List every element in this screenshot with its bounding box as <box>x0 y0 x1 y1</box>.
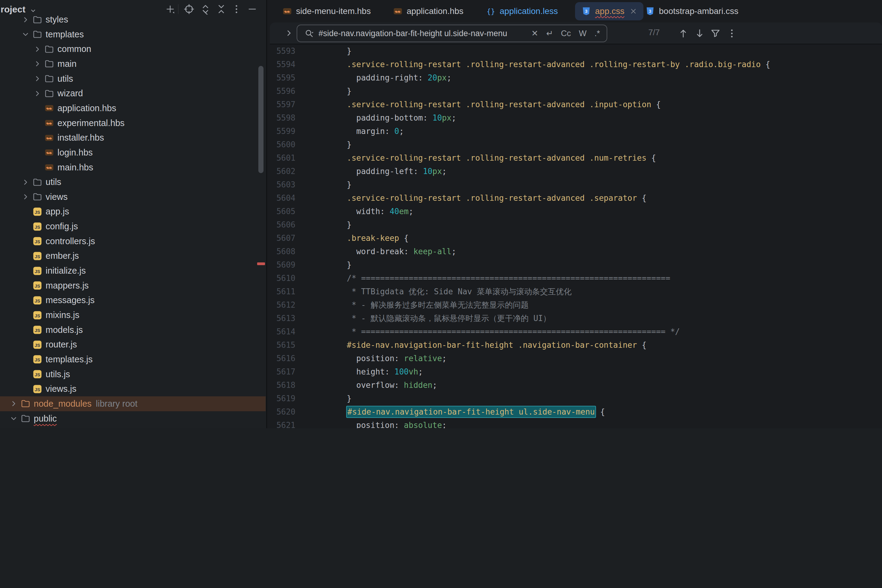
chevron-right-icon[interactable] <box>21 15 30 24</box>
tree-item-views[interactable]: views <box>0 189 266 204</box>
search-match-highlight: #side-nav.navigation-bar-fit-height ul.s… <box>346 406 596 418</box>
search-query-text[interactable]: #side-nav.navigation-bar-fit-height ul.s… <box>319 29 507 38</box>
project-tool-window: roject stylestemplatescommonmainutilswiz… <box>0 0 267 428</box>
chevron-right-icon[interactable] <box>21 178 30 187</box>
tree-item-config.js[interactable]: JSconfig.js <box>0 219 266 234</box>
code-token: 10 <box>423 167 432 176</box>
code-line: 5600} <box>267 138 882 151</box>
expand-search-icon[interactable] <box>284 28 294 38</box>
code-token: } <box>347 260 352 269</box>
search-input[interactable]: #side-nav.navigation-bar-fit-height ul.s… <box>297 25 607 42</box>
tree-item-models.js[interactable]: JSmodels.js <box>0 322 266 338</box>
line-number: 5604 <box>267 191 295 205</box>
tree-item-templates.js[interactable]: JStemplates.js <box>0 352 266 367</box>
line-number: 5605 <box>267 205 295 218</box>
search-more-options-icon[interactable] <box>726 28 737 39</box>
tree-item-utils[interactable]: utils <box>0 71 266 86</box>
code-token: position: <box>347 354 404 363</box>
chevron-right-icon[interactable] <box>33 89 42 98</box>
tree-item-initialize.js[interactable]: JSinitialize.js <box>0 263 266 278</box>
tree-item-experimental.hbs[interactable]: experimental.hbs <box>0 116 266 130</box>
line-number: 5594 <box>267 58 295 71</box>
editor-tab-side-menu-item.hbs[interactable]: side-menu-item.hbs <box>276 2 377 20</box>
chevron-down-icon[interactable] <box>21 30 30 39</box>
tree-item-common[interactable]: common <box>0 42 266 57</box>
code-token: ; <box>418 367 423 376</box>
whole-words-toggle[interactable]: W <box>579 29 587 38</box>
tree-item-login.hbs[interactable]: login.hbs <box>0 145 266 160</box>
tree-scrollbar[interactable] <box>258 66 263 173</box>
tree-item-templates[interactable]: templates <box>0 27 266 42</box>
code-token: } <box>347 180 352 189</box>
clear-search-icon[interactable]: ✕ <box>531 28 538 38</box>
tree-item-views.js[interactable]: JSviews.js <box>0 381 266 396</box>
tree-item-public[interactable]: public <box>0 411 266 426</box>
code-token: { <box>637 194 646 202</box>
folder-icon <box>32 177 42 188</box>
tree-item-node-modules[interactable]: node_moduleslibrary root <box>0 396 266 411</box>
tree-item-styles[interactable]: styles <box>0 12 266 27</box>
tree-item-main[interactable]: main <box>0 57 266 71</box>
line-number: 5610 <box>267 272 295 285</box>
svg-text:JS: JS <box>35 254 40 259</box>
regex-toggle[interactable]: .* <box>595 29 600 38</box>
code-token: relative <box>404 354 442 363</box>
js-icon: JS <box>32 207 42 217</box>
code-line: 5607.break-keep { <box>267 231 882 245</box>
chevron-right-icon[interactable] <box>33 59 42 68</box>
code-token: hidden <box>404 381 433 390</box>
tree-item-mixins.js[interactable]: JSmixins.js <box>0 308 266 322</box>
code-token: { <box>595 407 605 416</box>
tree-item-controllers.js[interactable]: JScontrollers.js <box>0 234 266 249</box>
tab-label: application.hbs <box>407 6 463 16</box>
new-line-icon[interactable]: ↵ <box>546 28 553 38</box>
tree-item-label: views <box>46 192 68 202</box>
tree-item-application.hbs[interactable]: application.hbs <box>0 101 266 116</box>
editor-tab-bootstrap-ambari.css[interactable]: 3bootstrap-ambari.css <box>639 2 744 20</box>
chevron-right-icon[interactable] <box>33 45 42 54</box>
code-editor[interactable]: 5593}5594.service-rolling-restart .rolli… <box>267 44 882 428</box>
tree-item-installer.hbs[interactable]: installer.hbs <box>0 130 266 145</box>
css-icon: 3 <box>645 6 655 16</box>
tree-error-stripe-mark <box>257 262 265 265</box>
tree-item-mappers.js[interactable]: JSmappers.js <box>0 278 266 293</box>
tree-item-wizard[interactable]: wizard <box>0 86 266 101</box>
line-number: 5596 <box>267 84 295 98</box>
code-token: { <box>646 153 656 162</box>
chevron-right-icon[interactable] <box>21 192 30 201</box>
js-icon: JS <box>32 310 42 320</box>
chevron-right-icon[interactable] <box>9 399 18 408</box>
code-token: .service-rolling-restart .rolling-restar… <box>347 60 761 69</box>
tree-item-ember.js[interactable]: JSember.js <box>0 249 266 263</box>
code-token: 10 <box>433 113 442 122</box>
editor-tab-application.hbs[interactable]: application.hbs <box>386 2 470 20</box>
filter-search-icon[interactable] <box>710 28 721 39</box>
previous-match-icon[interactable] <box>678 28 689 39</box>
tree-item-app.js[interactable]: JSapp.js <box>0 204 266 219</box>
code-token: } <box>347 46 352 56</box>
code-token: 40 <box>390 207 399 216</box>
tree-item-main.hbs[interactable]: main.hbs <box>0 160 266 175</box>
editor-tab-app.css[interactable]: 3app.css <box>575 2 643 20</box>
line-number: 5597 <box>267 98 295 111</box>
js-icon: JS <box>32 339 42 350</box>
tree-item-utils[interactable]: utils <box>0 175 266 189</box>
code-token: ; <box>451 113 456 122</box>
tree-item-label: templates.js <box>46 354 93 364</box>
svg-text:3: 3 <box>649 9 651 14</box>
code-line: 5598 padding-bottom: 10px; <box>267 111 882 124</box>
tree-item-utils.js[interactable]: JSutils.js <box>0 367 266 382</box>
tree-item-messages.js[interactable]: JSmessages.js <box>0 293 266 308</box>
close-tab-icon[interactable] <box>630 7 637 15</box>
js-icon: JS <box>32 354 42 364</box>
chevron-right-icon[interactable] <box>33 74 42 83</box>
editor-tab-application.less[interactable]: {}application.less <box>479 2 564 20</box>
match-case-toggle[interactable]: Cc <box>561 29 571 38</box>
hbs-icon <box>44 147 54 158</box>
svg-text:JS: JS <box>35 387 40 392</box>
tree-item-router.js[interactable]: JSrouter.js <box>0 337 266 352</box>
js-icon: JS <box>32 251 42 261</box>
next-match-icon[interactable] <box>694 28 705 39</box>
tree-item-label: templates <box>46 30 84 39</box>
chevron-down-icon[interactable] <box>9 414 18 423</box>
